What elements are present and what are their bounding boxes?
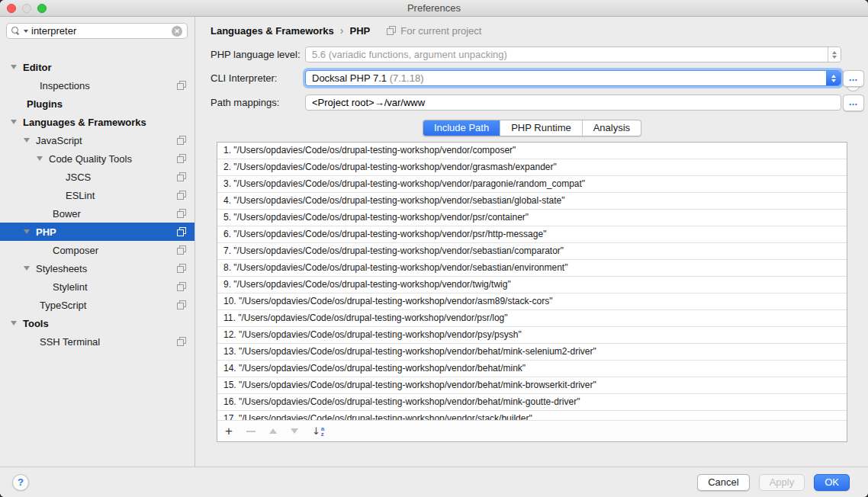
include-path-list: 1. "/Users/opdavies/Code/os/drupal-testi… [217, 142, 847, 442]
current-project-icon [177, 136, 186, 145]
tab-php-runtime[interactable]: PHP Runtime [500, 120, 582, 136]
current-project-icon [177, 245, 186, 255]
sidebar-item-plugins[interactable]: Plugins [0, 95, 195, 113]
sidebar-item-javascript[interactable]: JavaScript [0, 131, 195, 149]
sidebar-item-label: PHP [36, 226, 56, 238]
include-path-row[interactable]: 7. "/Users/opdavies/Code/os/drupal-testi… [217, 243, 847, 260]
php-settings-panel: Languages & Frameworks › PHP For current… [196, 17, 868, 467]
breadcrumb-page[interactable]: PHP [350, 25, 371, 37]
sidebar-item-label: Plugins [27, 98, 63, 110]
include-path-row[interactable]: 16. "/Users/opdavies/Code/os/drupal-test… [217, 394, 847, 411]
sidebar-item-inspections[interactable]: Inspections [0, 76, 195, 95]
sidebar-item-languages-frameworks[interactable]: Languages & Frameworks [0, 113, 195, 131]
sidebar-item-label: TypeScript [40, 300, 86, 311]
sidebar-item-composer[interactable]: Composer [0, 241, 195, 259]
include-path-row[interactable]: 10. "/Users/opdavies/Code/os/drupal-test… [217, 293, 847, 310]
breadcrumb-separator: › [340, 24, 344, 37]
cancel-button[interactable]: Cancel [697, 474, 749, 491]
current-project-icon [177, 191, 186, 200]
clear-search-icon[interactable]: ✕ [172, 26, 182, 37]
expand-arrow-icon[interactable] [24, 266, 30, 271]
sidebar-item-label: Bower [53, 208, 81, 220]
sort-alpha-icon[interactable]: ↓ az [312, 425, 324, 437]
sidebar-item-label: JavaScript [36, 135, 82, 146]
search-icon [11, 26, 22, 36]
dropdown-stepper-icon[interactable] [828, 47, 841, 62]
sidebar-item-stylesheets[interactable]: Stylesheets [0, 259, 195, 277]
sidebar-item-bower[interactable]: Bower [0, 204, 195, 223]
expand-arrow-icon[interactable] [11, 65, 17, 69]
window-title: Preferences [0, 0, 868, 17]
expand-arrow-icon[interactable] [37, 156, 43, 161]
include-path-row[interactable]: 1. "/Users/opdavies/Code/os/drupal-testi… [217, 143, 847, 159]
expand-arrow-icon[interactable] [11, 321, 17, 325]
current-project-icon [177, 282, 186, 291]
sidebar-item-stylelint[interactable]: Stylelint [0, 277, 195, 296]
current-project-icon [387, 26, 396, 35]
path-mappings-browse-button[interactable]: … [843, 95, 864, 111]
sidebar-item-label: Languages & Frameworks [23, 117, 146, 128]
footer-bar: ? Cancel Apply OK [0, 467, 868, 497]
tab-include-path[interactable]: Include Path [423, 120, 500, 136]
expand-arrow-icon[interactable] [24, 138, 30, 143]
sidebar-item-label: Stylesheets [36, 263, 87, 274]
sidebar-item-label: Tools [23, 318, 49, 329]
search-value: interpreter [31, 25, 172, 37]
current-project-icon [177, 172, 186, 181]
sidebar-item-label: Editor [23, 62, 52, 73]
include-path-row[interactable]: 12. "/Users/opdavies/Code/os/drupal-test… [217, 327, 847, 344]
include-path-row[interactable]: 3. "/Users/opdavies/Code/os/drupal-testi… [217, 176, 847, 193]
include-path-row[interactable]: 15. "/Users/opdavies/Code/os/drupal-test… [217, 377, 847, 394]
interpreter-version: (7.1.18) [390, 72, 424, 84]
current-project-icon [177, 154, 186, 163]
add-icon[interactable]: + [225, 426, 233, 437]
cli-interpreter-select[interactable]: Docksal PHP 7.1 (7.1.18) [305, 70, 841, 86]
expand-arrow-icon[interactable] [24, 229, 30, 234]
sidebar-item-label: Inspections [40, 80, 90, 91]
php-settings-tabs: Include PathPHP RuntimeAnalysis [196, 120, 868, 136]
include-path-row[interactable]: 9. "/Users/opdavies/Code/os/drupal-testi… [217, 277, 847, 293]
scope-label: For current project [400, 25, 481, 37]
sidebar-item-eslint[interactable]: ESLint [0, 186, 195, 204]
path-mappings-label: Path mappings: [211, 97, 279, 108]
cli-interpreter-label: CLI Interpreter: [211, 72, 277, 84]
sidebar-item-label: Composer [53, 245, 98, 256]
apply-button[interactable]: Apply [759, 474, 805, 491]
include-path-row[interactable]: 6. "/Users/opdavies/Code/os/drupal-testi… [217, 226, 847, 243]
settings-tree: EditorInspectionsPluginsLanguages & Fram… [0, 58, 195, 351]
sidebar-item-label: SSH Terminal [40, 336, 100, 348]
sidebar-item-jscs[interactable]: JSCS [0, 168, 195, 186]
include-path-row[interactable]: 11. "/Users/opdavies/Code/os/drupal-test… [217, 310, 847, 327]
include-path-row[interactable]: 8. "/Users/opdavies/Code/os/drupal-testi… [217, 260, 847, 277]
current-project-icon [177, 337, 186, 346]
remove-icon[interactable] [246, 431, 256, 432]
include-path-row[interactable]: 2. "/Users/opdavies/Code/os/drupal-testi… [217, 159, 847, 176]
ok-button[interactable]: OK [814, 474, 850, 491]
sidebar-item-typescript[interactable]: TypeScript [0, 296, 195, 314]
sidebar-item-code-quality-tools[interactable]: Code Quality Tools [0, 149, 195, 168]
php-language-level-select[interactable]: 5.6 (variadic functions, argument unpack… [305, 46, 841, 63]
expand-arrow-icon[interactable] [11, 120, 17, 124]
search-options-caret-icon[interactable] [24, 30, 28, 33]
path-mappings-field[interactable]: <Project root>→/var/www [305, 95, 841, 111]
include-path-row[interactable]: 13. "/Users/opdavies/Code/os/drupal-test… [217, 344, 847, 361]
include-path-row[interactable]: 4. "/Users/opdavies/Code/os/drupal-testi… [217, 193, 847, 210]
include-path-row[interactable]: 14. "/Users/opdavies/Code/os/drupal-test… [217, 361, 847, 377]
tab-analysis[interactable]: Analysis [582, 120, 641, 136]
sidebar-item-label: ESLint [66, 190, 95, 201]
search-input[interactable]: interpreter ✕ [6, 23, 188, 39]
sidebar-item-label: JSCS [66, 172, 91, 183]
titlebar[interactable]: Preferences [0, 0, 868, 17]
move-down-icon[interactable] [291, 428, 298, 434]
help-button[interactable]: ? [12, 474, 29, 491]
sidebar-item-tools[interactable]: Tools [0, 314, 195, 332]
sidebar-item-php[interactable]: PHP [0, 223, 195, 241]
breadcrumb-section[interactable]: Languages & Frameworks [211, 25, 334, 37]
include-path-row[interactable]: 5. "/Users/opdavies/Code/os/drupal-testi… [217, 210, 847, 226]
move-up-icon[interactable] [269, 428, 277, 434]
sidebar-item-editor[interactable]: Editor [0, 58, 195, 76]
cli-interpreter-browse-button[interactable]: … [843, 70, 864, 87]
php-language-level-label: PHP language level: [211, 49, 301, 60]
dropdown-stepper-icon[interactable] [826, 71, 841, 85]
sidebar-item-ssh-terminal[interactable]: SSH Terminal [0, 332, 195, 351]
